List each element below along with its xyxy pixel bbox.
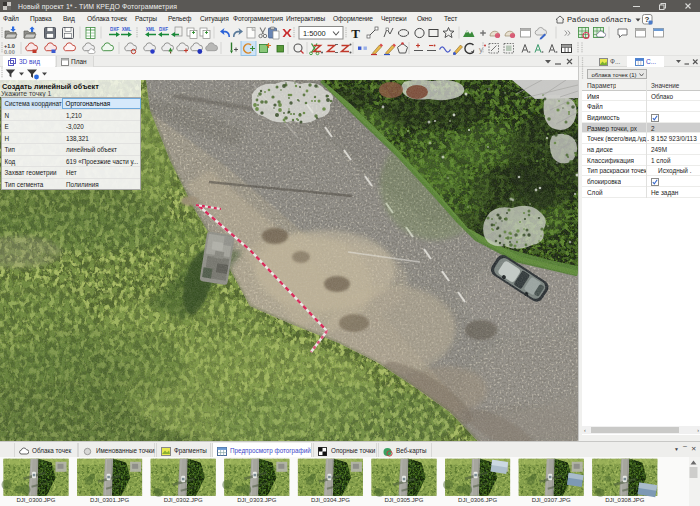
svg-text:DXF: DXF [159,27,168,32]
svg-text:XML: XML [146,27,156,32]
svg-text:T: T [351,26,360,41]
svg-text:0.00: 0.00 [4,49,15,55]
svg-text:1:5000: 1:5000 [303,29,326,38]
svg-text:DXF: DXF [110,27,119,32]
svg-text:XML: XML [122,27,132,32]
